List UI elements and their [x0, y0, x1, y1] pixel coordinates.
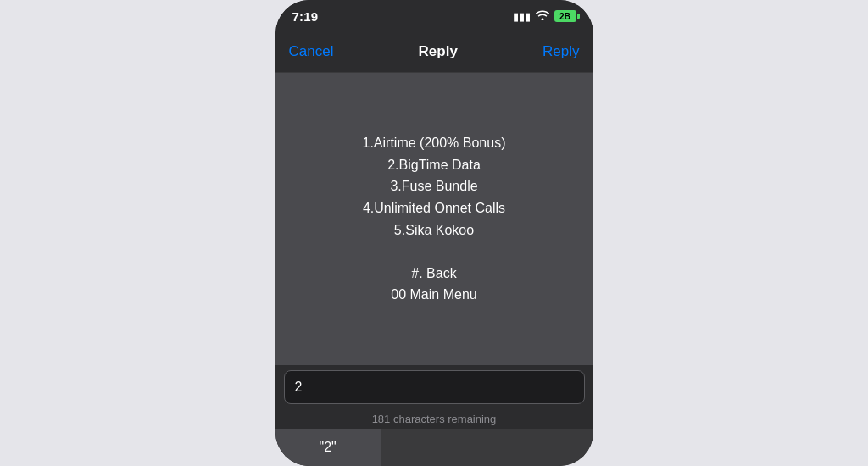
status-bar: 7:19 ▮▮▮ 2B	[275, 0, 593, 31]
reply-text-input[interactable]	[284, 370, 585, 404]
message-line-5: 5.Sika Kokoo	[394, 223, 474, 237]
message-text: 1.Airtime (200% Bonus) 2.BigTime Data 3.…	[363, 132, 506, 306]
message-line-7: 00 Main Menu	[391, 287, 476, 302]
nav-title: Reply	[419, 43, 458, 60]
status-icons: ▮▮▮ 2B	[513, 10, 576, 23]
nav-bar: Cancel Reply Reply	[275, 31, 593, 73]
wifi-icon	[536, 10, 549, 23]
message-line-4: 4.Unlimited Onnet Calls	[363, 201, 505, 215]
battery-icon: 2B	[554, 10, 576, 22]
char-remaining-text: 181 characters remaining	[372, 413, 497, 425]
keyboard-suggestion-item-2[interactable]	[381, 429, 487, 466]
message-line-6: #. Back	[411, 266, 456, 280]
cancel-button[interactable]: Cancel	[289, 43, 334, 60]
message-line-2: 2.BigTime Data	[387, 158, 481, 172]
keyboard-suggestion-item-3[interactable]	[487, 429, 593, 466]
char-remaining-bar: 181 characters remaining	[275, 409, 593, 429]
signal-icon: ▮▮▮	[513, 10, 531, 23]
reply-button[interactable]: Reply	[542, 43, 579, 60]
message-area: 1.Airtime (200% Bonus) 2.BigTime Data 3.…	[275, 73, 593, 365]
message-line-1: 1.Airtime (200% Bonus)	[363, 136, 506, 150]
keyboard-suggestion-label: "2"	[320, 440, 337, 455]
message-line-3: 3.Fuse Bundle	[390, 179, 477, 193]
status-time: 7:19	[292, 9, 319, 24]
input-area	[275, 365, 593, 409]
phone-frame: 7:19 ▮▮▮ 2B Cancel Reply Reply 1.Airtime…	[275, 0, 593, 466]
keyboard-suggestion-item[interactable]: "2"	[275, 429, 381, 466]
keyboard-suggestion-bar: "2"	[275, 429, 593, 466]
